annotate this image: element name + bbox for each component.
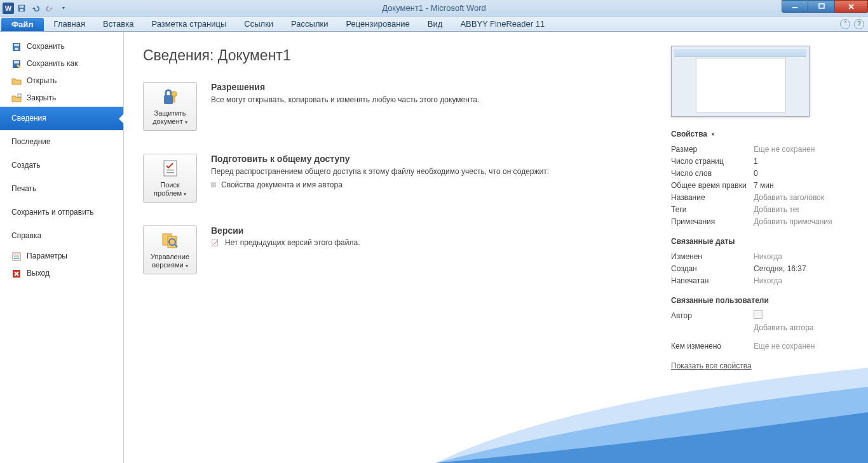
chevron-down-icon: ▾ <box>712 131 714 137</box>
tab-review[interactable]: Рецензирование <box>337 17 418 31</box>
nav-close[interactable]: Закрыть <box>0 90 123 107</box>
svg-rect-20 <box>166 170 174 171</box>
minimize-button[interactable] <box>782 0 808 13</box>
permissions-block: Защитить документ▾ Разрешения Все могут … <box>143 82 652 131</box>
nav-info[interactable]: Сведения <box>0 107 123 130</box>
prop-comments-value[interactable]: Добавить примечания <box>754 216 832 228</box>
prop-size-value: Еще не сохранен <box>754 144 815 156</box>
save-icon <box>11 42 22 52</box>
tab-view[interactable]: Вид <box>419 17 452 31</box>
prop-modified-label: Изменен <box>671 251 754 263</box>
prop-author-label: Автор <box>671 310 754 322</box>
related-dates-header: Связанные даты <box>671 237 853 246</box>
related-people-header: Связанные пользователи <box>671 296 853 305</box>
svg-rect-14 <box>14 258 19 259</box>
nav-open[interactable]: Открыть <box>0 72 123 90</box>
file-tab[interactable]: Файл <box>1 18 44 31</box>
nav-label: Последние <box>11 137 51 147</box>
nav-exit[interactable]: Выход <box>0 265 123 282</box>
exit-icon <box>11 269 22 279</box>
prop-created-label: Создан <box>671 263 754 275</box>
permissions-heading: Разрешения <box>211 82 652 92</box>
prop-edit-time-label: Общее время правки <box>671 180 754 192</box>
svg-rect-1 <box>20 5 24 8</box>
nav-label: Сохранить как <box>27 58 78 69</box>
prop-title-value[interactable]: Добавить заголовок <box>754 192 824 204</box>
versions-text: Нет предыдущих версий этого файла. <box>225 238 360 247</box>
prop-edit-time-value: 7 мин <box>754 180 774 192</box>
button-label: Защитить документ <box>153 109 186 125</box>
tab-home[interactable]: Главная <box>45 17 94 31</box>
save-icon[interactable] <box>15 3 28 14</box>
undo-icon[interactable] <box>29 3 42 14</box>
permissions-text: Все могут открывать, копировать и изменя… <box>211 95 652 105</box>
nav-save[interactable]: Сохранить <box>0 38 123 55</box>
nav-label: Закрыть <box>27 93 56 104</box>
tab-page-layout[interactable]: Разметка страницы <box>142 17 235 31</box>
prop-created-value: Сегодня, 16:37 <box>754 263 806 275</box>
svg-rect-18 <box>173 96 175 102</box>
prop-lastmodby-value: Еще не сохранен <box>754 340 815 352</box>
svg-rect-2 <box>20 8 23 11</box>
redo-icon[interactable] <box>43 3 56 14</box>
ribbon-tabs: Файл Главная Вставка Разметка страницы С… <box>0 17 868 32</box>
info-main-column: Сведения: Документ1 Защитить документ▾ Р… <box>124 32 671 463</box>
nav-label: Открыть <box>27 76 57 86</box>
nav-label: Справка <box>11 231 41 241</box>
svg-rect-3 <box>792 7 797 8</box>
nav-label: Сохранить <box>27 41 65 52</box>
nav-recent[interactable]: Последние <box>0 130 123 154</box>
manage-versions-button[interactable]: Управление версиями▾ <box>143 225 197 274</box>
nav-label: Параметры <box>27 251 67 262</box>
options-icon <box>11 252 22 262</box>
nav-label: Сохранить и отправить <box>11 207 94 218</box>
versions-line: Нет предыдущих версий этого файла. <box>211 238 652 247</box>
prepare-share-block: Поиск проблем▾ Подготовить к общему дост… <box>143 154 652 203</box>
maximize-button[interactable] <box>808 0 835 13</box>
prepare-bullet-line: Свойства документа и имя автора <box>211 180 652 189</box>
button-label: Поиск проблем <box>154 181 182 197</box>
nav-options[interactable]: Параметры <box>0 248 123 265</box>
prop-tags-value[interactable]: Добавить тег <box>754 204 800 216</box>
close-button[interactable] <box>835 0 868 13</box>
prop-printed-label: Напечатан <box>671 275 754 287</box>
window-controls <box>782 0 868 13</box>
tab-mailings[interactable]: Рассылки <box>282 17 337 31</box>
minimize-ribbon-icon[interactable]: ˄ <box>840 19 850 29</box>
prop-words-label: Число слов <box>671 168 754 180</box>
prop-pages-value: 1 <box>754 156 758 168</box>
svg-rect-10 <box>18 94 21 97</box>
button-label: Управление версиями <box>151 253 189 269</box>
square-bullet-icon <box>211 182 216 187</box>
add-author-field[interactable]: Добавить автора <box>754 322 814 334</box>
prop-size-label: Размер <box>671 144 754 156</box>
nav-new[interactable]: Создать <box>0 154 123 177</box>
nav-help[interactable]: Справка <box>0 224 123 248</box>
qat-customize-icon[interactable]: ▾ <box>57 3 70 14</box>
properties-dropdown[interactable]: Свойства▾ <box>671 130 853 138</box>
svg-rect-16 <box>164 95 173 104</box>
prepare-text: Перед распространением общего доступа к … <box>211 166 652 177</box>
protect-document-button[interactable]: Защитить документ▾ <box>143 82 197 131</box>
document-thumbnail[interactable] <box>671 46 810 117</box>
check-document-icon <box>160 158 180 178</box>
nav-save-as[interactable]: Сохранить как <box>0 55 123 72</box>
prop-modified-value: Никогда <box>754 251 782 263</box>
tab-abbyy[interactable]: ABBYY FineReader 11 <box>451 17 553 31</box>
nav-save-send[interactable]: Сохранить и отправить <box>0 201 123 224</box>
tab-insert[interactable]: Вставка <box>94 17 142 31</box>
nav-print[interactable]: Печать <box>0 177 123 201</box>
prepare-bullet-text: Свойства документа и имя автора <box>221 180 342 189</box>
versions-icon <box>160 230 180 250</box>
chevron-down-icon: ▾ <box>185 119 187 125</box>
backstage-view: Сохранить Сохранить как Открыть Закрыть … <box>0 32 868 463</box>
help-icon[interactable]: ? <box>854 19 864 29</box>
prepare-heading: Подготовить к общему доступу <box>211 154 652 164</box>
show-all-properties-link[interactable]: Показать все свойства <box>671 361 752 370</box>
lock-key-icon <box>160 86 180 107</box>
svg-rect-9 <box>14 61 19 64</box>
tab-references[interactable]: Ссылки <box>235 17 282 31</box>
prop-printed-value: Никогда <box>754 275 782 287</box>
svg-rect-7 <box>15 48 18 50</box>
check-issues-button[interactable]: Поиск проблем▾ <box>143 154 197 203</box>
